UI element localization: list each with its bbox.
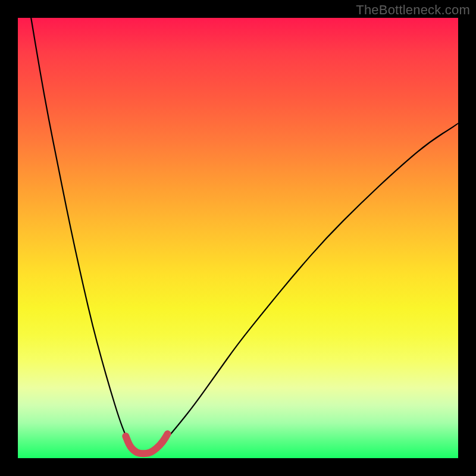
watermark-text: TheBottleneck.com	[356, 2, 470, 18]
highlight-curve	[126, 434, 167, 453]
bottleneck-curve-left	[31, 18, 139, 453]
chart-frame: TheBottleneck.com	[0, 0, 476, 476]
curve-svg	[18, 18, 458, 458]
plot-area	[18, 18, 458, 458]
bottleneck-curve-right	[154, 124, 458, 452]
